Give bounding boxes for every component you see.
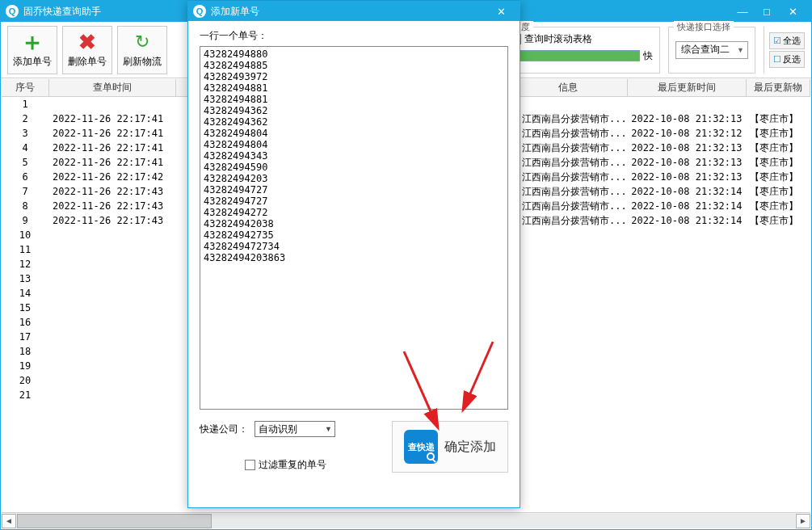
- horizontal-scrollbar[interactable]: ◄ ►: [2, 512, 810, 528]
- scroll-track[interactable]: [17, 514, 795, 528]
- dialog-titlebar[interactable]: Q 添加新单号 ✕: [188, 2, 520, 21]
- cell-info: ▮江西南昌分拨营销市...: [509, 112, 628, 126]
- scroll-label: 查询时滚动表格: [524, 32, 592, 46]
- filter-label: 过滤重复的单号: [259, 458, 326, 472]
- cell-info: ▮江西南昌分拨营销市...: [509, 214, 628, 228]
- cell-seq: 21: [2, 389, 49, 401]
- cell-seq: 9: [2, 215, 49, 226]
- scroll-left-button[interactable]: ◄: [2, 514, 16, 528]
- col-info[interactable]: 信息: [509, 79, 628, 96]
- cell-last: 【枣庄市】: [747, 127, 810, 141]
- speed-slider[interactable]: [511, 50, 640, 61]
- maximize-button[interactable]: □: [755, 3, 779, 19]
- cell-info: ▮江西南昌分拨营销市...: [509, 200, 628, 213]
- del-label: 删除单号: [68, 55, 107, 69]
- app-title: 固乔快递查询助手: [23, 5, 101, 19]
- app-icon: Q: [6, 5, 19, 18]
- check-icon: ☑: [773, 36, 781, 46]
- interface-select[interactable]: 综合查询二: [675, 41, 748, 59]
- cell-seq: 6: [2, 171, 49, 183]
- cell-updated: 2022-10-08 21:32:14: [628, 186, 747, 197]
- cell-seq: 14: [2, 288, 49, 299]
- cell-time: 2022-11-26 22:17:43: [49, 186, 176, 197]
- cell-seq: 19: [2, 360, 49, 372]
- cell-seq: 12: [2, 259, 49, 270]
- dialog-close-button[interactable]: ✕: [487, 3, 515, 19]
- add-tracking-dialog: Q 添加新单号 ✕ 一行一个单号： 43282494880 4328249488…: [187, 1, 520, 508]
- company-label: 快递公司：: [200, 423, 248, 436]
- cell-last: 【枣庄市】: [747, 141, 810, 155]
- scroll-thumb[interactable]: [17, 514, 212, 528]
- interface-group: 快递接口选择 综合查询二: [668, 27, 755, 74]
- cell-seq: 3: [2, 128, 49, 139]
- cell-last: 【枣庄市】: [747, 185, 810, 199]
- refresh-label: 刷新物流: [123, 55, 162, 69]
- col-updated[interactable]: 最后更新时间: [628, 79, 747, 96]
- cell-seq: 11: [2, 244, 49, 255]
- cell-updated: 2022-10-08 21:32:13: [628, 157, 747, 168]
- invert-selection-button[interactable]: ☐反选: [769, 51, 805, 68]
- filter-duplicates-checkbox[interactable]: ✔ 过滤重复的单号: [245, 458, 326, 472]
- checkbox-icon: ✔: [245, 460, 255, 470]
- cell-updated: 2022-10-08 21:32:13: [628, 113, 747, 124]
- company-select[interactable]: 自动识别: [255, 421, 335, 437]
- svg-line-1: [465, 342, 493, 406]
- cell-last: 【枣庄市】: [747, 156, 810, 170]
- cell-time: 2022-11-26 22:17:41: [49, 128, 176, 139]
- fast-label: 快: [643, 49, 653, 63]
- cell-seq: 17: [2, 331, 49, 343]
- close-button[interactable]: ✕: [779, 3, 806, 19]
- cell-info: ▮江西南昌分拨营销市...: [509, 156, 628, 170]
- cell-seq: 7: [2, 186, 49, 197]
- iface-value: 综合查询二: [681, 43, 730, 57]
- swap-icon: ☐: [773, 54, 781, 65]
- cell-last: 【枣庄市】: [747, 200, 810, 213]
- cell-seq: 10: [2, 229, 49, 241]
- cell-info: ▮江西南昌分拨营销市...: [509, 141, 628, 155]
- company-value: 自动识别: [259, 423, 297, 436]
- cell-seq: 2: [2, 113, 49, 124]
- cell-time: 2022-11-26 22:17:43: [49, 200, 176, 212]
- add-label: 添加单号: [13, 55, 52, 69]
- annotation-arrow-right: [452, 338, 501, 419]
- cell-time: 2022-11-26 22:17:41: [49, 142, 176, 154]
- selection-buttons: ☑全选 ☐反选: [764, 27, 805, 74]
- iface-legend: 快递接口选择: [674, 21, 734, 33]
- refresh-button[interactable]: ↻ 刷新物流: [117, 26, 167, 74]
- cell-info: ▮江西南昌分拨营销市...: [509, 170, 628, 184]
- confirm-label: 确定添加: [444, 439, 496, 456]
- cell-last: 【枣庄市】: [747, 112, 810, 126]
- cell-updated: 2022-10-08 21:32:13: [628, 171, 747, 183]
- col-seq[interactable]: 序号: [2, 79, 49, 96]
- x-icon: ✖: [76, 31, 99, 53]
- cell-updated: 2022-10-08 21:32:14: [628, 215, 747, 226]
- cell-updated: 2022-10-08 21:32:13: [628, 142, 747, 154]
- cell-info: ▮江西南昌分拨营销市...: [509, 185, 628, 199]
- col-last[interactable]: 最后更新物: [747, 79, 810, 96]
- cell-time: 2022-11-26 22:17:41: [49, 157, 176, 168]
- col-time[interactable]: 查单时间: [49, 79, 176, 96]
- plus-icon: ＋: [21, 31, 44, 53]
- scroll-right-button[interactable]: ►: [796, 514, 810, 528]
- cell-seq: 16: [2, 317, 49, 328]
- minimize-button[interactable]: —: [730, 3, 755, 19]
- cell-seq: 13: [2, 273, 49, 284]
- cell-info: ▮江西南昌分拨营销市...: [509, 127, 628, 141]
- scroll-table-checkbox[interactable]: ✔ 查询时滚动表格: [511, 32, 653, 46]
- delete-tracking-button[interactable]: ✖ 删除单号: [62, 26, 112, 74]
- refresh-icon: ↻: [131, 31, 154, 53]
- cell-last: 【枣庄市】: [747, 214, 810, 228]
- cell-updated: 2022-10-08 21:32:12: [628, 128, 747, 139]
- add-tracking-button[interactable]: ＋ 添加单号: [7, 26, 57, 74]
- svg-line-0: [404, 351, 436, 424]
- dialog-icon: Q: [193, 5, 206, 18]
- cell-seq: 20: [2, 375, 49, 386]
- cell-time: 2022-11-26 22:17:43: [49, 215, 176, 226]
- cell-time: 2022-11-26 22:17:42: [49, 171, 176, 183]
- cell-seq: 8: [2, 200, 49, 212]
- dialog-title: 添加新单号: [211, 5, 259, 19]
- cell-last: 【枣庄市】: [747, 170, 810, 184]
- cell-seq: 18: [2, 346, 49, 357]
- select-all-button[interactable]: ☑全选: [769, 32, 805, 49]
- cell-updated: 2022-10-08 21:32:14: [628, 200, 747, 212]
